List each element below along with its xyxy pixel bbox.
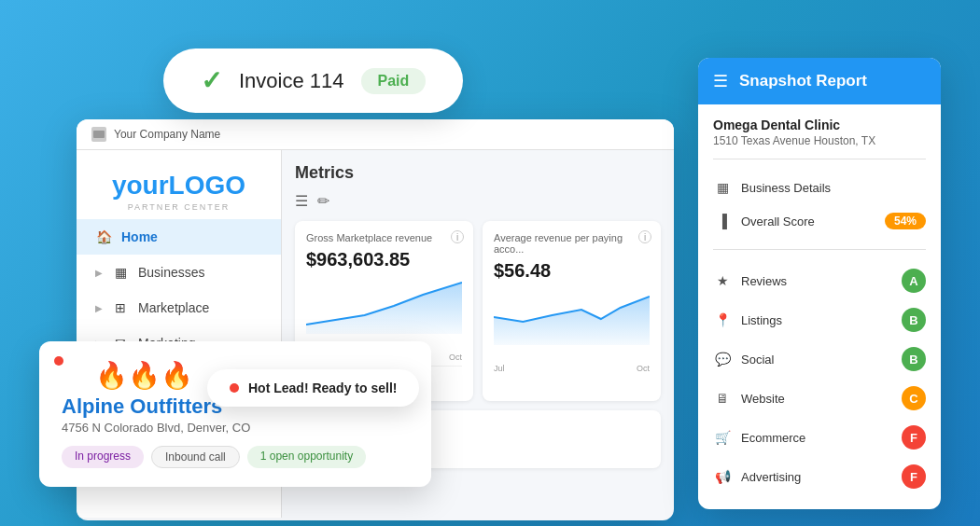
business-details-icon: ▦: [713, 178, 732, 197]
advertising-label: Advertising: [741, 470, 801, 484]
advertising-grade-badge: F: [902, 464, 926, 489]
reviews-label: Reviews: [741, 274, 787, 288]
overall-score-label: Overall Score: [741, 215, 815, 228]
divider: [713, 159, 926, 159]
marketplace-icon: ⊞: [112, 299, 129, 316]
hot-lead-text: Hot Lead! Ready to sell!: [248, 381, 397, 395]
x-label-oct-1: Oct: [449, 353, 462, 362]
logo-italic: your: [112, 171, 169, 200]
social-grade-badge: B: [902, 347, 926, 371]
invoice-status-badge: Paid: [361, 68, 427, 94]
red-dot-indicator: [54, 356, 63, 366]
company-icon: [91, 127, 106, 142]
hot-dot: [230, 383, 239, 393]
website-icon: 🖥: [713, 389, 732, 408]
overall-score-badge: 54%: [885, 213, 926, 229]
overall-score-icon: ▐: [713, 212, 732, 230]
listings-label: Listings: [741, 313, 782, 327]
ecommerce-grade-badge: F: [902, 425, 926, 450]
website-label: Website: [741, 392, 785, 406]
reviews-grade-badge: A: [902, 269, 926, 293]
business-details-label: Business Details: [741, 181, 831, 195]
nav-marketplace-label: Marketplace: [138, 300, 209, 315]
social-icon: 💬: [713, 350, 732, 368]
business-card: 🔥🔥🔥 Alpine Outfitters 4756 N Colorado Bl…: [39, 341, 431, 487]
info-icon-2: i: [638, 230, 651, 243]
invoice-title: Invoice 114: [239, 69, 344, 93]
ecommerce-icon: 🛒: [713, 428, 732, 447]
revenue-label: Gross Marketplace revenue: [306, 232, 462, 243]
avg-revenue-chart: [494, 289, 650, 364]
business-address: 4756 N Colorado Blvd, Denver, CO: [62, 421, 409, 435]
nav-home-label: Home: [121, 229, 158, 244]
check-icon: ✓: [201, 65, 222, 96]
revenue-value: $963,603.85: [306, 249, 462, 270]
sidebar-item-businesses[interactable]: ▶ ▦ Businesses: [77, 255, 281, 290]
tag-open-opportunity: 1 open opportunity: [247, 446, 366, 468]
tag-inbound-call: Inbound call: [151, 446, 240, 468]
snapshot-row-business-details[interactable]: ▦ Business Details: [713, 171, 926, 204]
filter-icon[interactable]: ☰: [295, 192, 308, 210]
clinic-name: Omega Dental Clinic: [713, 118, 926, 132]
snapshot-header: ☰ Snapshot Report: [698, 58, 941, 104]
logo-bold: LOGO: [169, 171, 245, 200]
snapshot-row-reviews[interactable]: ★ Reviews A: [713, 261, 926, 300]
invoice-card: ✓ Invoice 114 Paid: [163, 48, 463, 113]
company-name: Your Company Name: [114, 128, 220, 141]
advertising-icon: 📢: [713, 467, 732, 486]
partner-label: PARTNER CENTER: [95, 202, 262, 212]
hamburger-icon[interactable]: ☰: [713, 71, 728, 91]
metrics-controls: ☰ ✏: [295, 192, 661, 210]
tag-in-progress: In progress: [62, 446, 144, 468]
hot-lead-card: Hot Lead! Ready to sell!: [207, 369, 419, 407]
fire-icons: 🔥🔥🔥: [95, 360, 193, 391]
snapshot-body: Omega Dental Clinic 1510 Texas Avenue Ho…: [698, 104, 941, 509]
sidebar-item-marketplace[interactable]: ▶ ⊞ Marketplace: [77, 290, 281, 325]
home-icon: 🏠: [95, 228, 112, 245]
listings-grade-badge: B: [902, 308, 926, 332]
svg-rect-0: [93, 131, 105, 138]
listings-icon: 📍: [713, 311, 732, 329]
divider-2: [713, 249, 926, 250]
snapshot-panel: ☰ Snapshot Report Omega Dental Clinic 15…: [698, 58, 941, 509]
avg-revenue-value: $56.48: [494, 260, 650, 282]
snapshot-row-listings[interactable]: 📍 Listings B: [713, 300, 926, 339]
info-icon-1: i: [451, 230, 464, 243]
ecommerce-label: Ecommerce: [741, 431, 805, 445]
x-label-oct-2: Oct: [637, 364, 650, 373]
snapshot-title: Snapshot Report: [739, 72, 867, 90]
edit-icon[interactable]: ✏: [317, 192, 329, 210]
reviews-icon: ★: [713, 271, 732, 290]
social-label: Social: [741, 353, 774, 367]
snapshot-row-ecommerce[interactable]: 🛒 Ecommerce F: [713, 418, 926, 457]
arrow-icon: ▶: [95, 268, 103, 278]
website-grade-badge: C: [902, 386, 926, 410]
arrow-icon-2: ▶: [95, 303, 103, 313]
avg-revenue-label: Average revenue per paying acco...: [494, 232, 650, 255]
logo-area: yourLOGO PARTNER CENTER: [77, 159, 281, 219]
chart-x-labels-2: Jul Oct: [494, 364, 650, 373]
dashboard-topbar: Your Company Name: [77, 119, 674, 150]
business-tags: In progress Inbound call 1 open opportun…: [62, 446, 409, 468]
snapshot-row-advertising[interactable]: 📢 Advertising F: [713, 457, 926, 496]
metric-card-avg-revenue: i Average revenue per paying acco... $56…: [483, 221, 661, 401]
metrics-title: Metrics: [295, 163, 661, 183]
sidebar-item-home[interactable]: 🏠 Home: [77, 219, 281, 255]
snapshot-row-website[interactable]: 🖥 Website C: [713, 379, 926, 418]
snapshot-row-social[interactable]: 💬 Social B: [713, 339, 926, 379]
nav-businesses-label: Businesses: [138, 265, 205, 280]
x-label-jul-2: Jul: [494, 364, 505, 373]
snapshot-row-overall-score[interactable]: ▐ Overall Score 54%: [713, 204, 926, 238]
businesses-icon: ▦: [112, 264, 129, 281]
logo: yourLOGO: [95, 171, 262, 201]
clinic-address: 1510 Texas Avenue Houston, TX: [713, 134, 926, 147]
